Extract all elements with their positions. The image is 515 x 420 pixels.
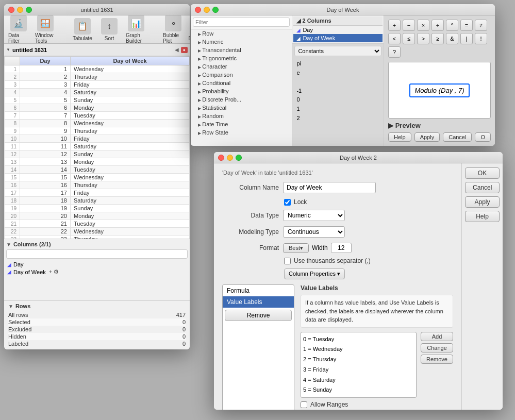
- formula-btn-caret[interactable]: ^: [446, 20, 458, 31]
- formula-category-item[interactable]: Conditional: [191, 79, 292, 87]
- vl-item-1[interactable]: 1 = Wednesday: [303, 344, 414, 355]
- formula-category-item[interactable]: Statistical: [191, 104, 292, 112]
- formula-category-item[interactable]: Discrete Prob...: [191, 95, 292, 104]
- col-dow-plus[interactable]: + ⚙: [49, 268, 59, 275]
- colprops-cancel-btn[interactable]: Cancel: [465, 182, 500, 193]
- formula-btn-amp[interactable]: &: [446, 33, 458, 44]
- columns-triangle[interactable]: ▼: [6, 242, 11, 247]
- toolbar-bubble-plot[interactable]: ⚬ Bubble Plot: [163, 15, 184, 44]
- toolbar-data-filter[interactable]: 🔬 Data Filter: [8, 15, 29, 44]
- colprops-help-btn[interactable]: Help: [465, 211, 500, 222]
- formula-category-item[interactable]: Comparison: [191, 71, 292, 79]
- vl-item-3[interactable]: 3 = Friday: [303, 365, 414, 375]
- vl-item-0[interactable]: 0 = Tuesday: [303, 334, 414, 345]
- row-num: 9: [5, 127, 20, 135]
- formula-col-dayofweek[interactable]: ◢ Day of Week: [293, 34, 383, 42]
- formula-category-item[interactable]: Random: [191, 112, 292, 120]
- colprops-ok-btn[interactable]: OK: [465, 167, 500, 179]
- formula-btn-div[interactable]: ÷: [431, 20, 444, 31]
- formula-btn-times[interactable]: ×: [417, 20, 429, 31]
- rows-triangle[interactable]: ▼: [8, 304, 13, 309]
- const-0[interactable]: 0: [296, 95, 379, 105]
- formula-btn-gte[interactable]: ≥: [431, 33, 444, 44]
- close-button[interactable]: [8, 7, 14, 13]
- vl-item-5[interactable]: 5 = Sunday: [303, 385, 414, 395]
- remove-prop-btn[interactable]: Remove: [225, 310, 292, 321]
- formula-btn-help[interactable]: ?: [388, 46, 401, 58]
- props-formula[interactable]: Formula: [223, 285, 294, 296]
- formula-btn-neq[interactable]: ≠: [475, 20, 487, 31]
- minimize-button[interactable]: [17, 7, 23, 13]
- toolbar-window-tools[interactable]: 🪟 Window Tools: [35, 15, 56, 44]
- formula-close[interactable]: [195, 7, 201, 13]
- const-2[interactable]: 2: [296, 114, 379, 123]
- col-item-day[interactable]: ◢ Day: [6, 261, 188, 268]
- data-type-select[interactable]: Numeric Character Row State: [283, 210, 345, 221]
- col-dow-arrow: ◢: [296, 36, 301, 41]
- formula-category-item[interactable]: Date Time: [191, 120, 292, 128]
- col-properties-btn[interactable]: Column Properties ▾: [284, 268, 345, 279]
- column-name-input[interactable]: [283, 182, 376, 193]
- colprops-close[interactable]: [218, 155, 224, 161]
- formula-ok-btn[interactable]: O: [475, 132, 491, 142]
- format-width-input[interactable]: [331, 243, 352, 253]
- formula-category-item[interactable]: Row State: [191, 128, 292, 137]
- formula-category-item[interactable]: Probability: [191, 87, 292, 95]
- toolbar-sort[interactable]: ↕️ Sort: [99, 18, 120, 41]
- formula-btn-minus[interactable]: −: [403, 20, 415, 31]
- constants-select[interactable]: Constants: [294, 46, 381, 56]
- col-header-dayofweek[interactable]: Day of Week: [71, 57, 190, 65]
- row-num: 12: [5, 150, 20, 158]
- formula-display-area[interactable]: Modulo (Day , 7): [388, 62, 491, 119]
- colprops-min[interactable]: [227, 155, 233, 161]
- const-neg1[interactable]: -1: [296, 87, 379, 96]
- colprops-max[interactable]: [236, 155, 242, 161]
- colprops-apply-btn[interactable]: Apply: [465, 196, 500, 208]
- vl-item-2[interactable]: 2 = Thursday: [303, 355, 414, 365]
- vl-item-4[interactable]: 4 = Saturday: [303, 375, 414, 385]
- const-1[interactable]: 1: [296, 105, 379, 114]
- data-table-wrapper[interactable]: Day Day of Week 1 1 Wednesday 2 2 Thursd…: [4, 56, 190, 239]
- format-best-btn[interactable]: Best▾: [283, 243, 309, 253]
- formula-col-day[interactable]: ◢ Day: [293, 26, 383, 34]
- props-value-labels[interactable]: Value Labels: [223, 296, 294, 308]
- formula-category-item[interactable]: Character: [191, 62, 292, 71]
- col-header-day[interactable]: Day: [20, 57, 71, 65]
- thousands-sep-checkbox[interactable]: [284, 258, 291, 264]
- formula-cancel-btn[interactable]: Cancel: [443, 132, 472, 142]
- columns-search-input[interactable]: [6, 249, 188, 259]
- formula-category-item[interactable]: Trigonometric: [191, 54, 292, 62]
- formula-help-btn[interactable]: Help: [388, 132, 411, 142]
- formula-btn-not[interactable]: !: [475, 33, 487, 44]
- allow-ranges-checkbox[interactable]: [301, 401, 307, 408]
- col-item-dayofweek[interactable]: ◢ Day of Week + ⚙: [6, 268, 188, 276]
- formula-btn-gt[interactable]: >: [417, 33, 429, 44]
- formula-category-item[interactable]: Numeric: [191, 38, 292, 46]
- maximize-button[interactable]: [26, 7, 32, 13]
- const-pi[interactable]: pi: [296, 59, 379, 69]
- formula-btn-or[interactable]: |: [460, 33, 473, 44]
- toolbar-graph-builder[interactable]: 📊 Graph Builder: [126, 15, 146, 44]
- const-e[interactable]: e: [296, 69, 379, 78]
- change-vl-btn[interactable]: Change: [421, 343, 453, 352]
- modeling-type-select[interactable]: Continuous Ordinal Nominal: [283, 226, 345, 238]
- formula-btn-plus[interactable]: +: [388, 20, 401, 31]
- lock-checkbox[interactable]: [284, 199, 291, 206]
- formula-category-item[interactable]: Transcendental: [191, 46, 292, 54]
- add-vl-btn[interactable]: Add: [421, 332, 453, 341]
- toolbar-tabulate[interactable]: 📋 Tabulate: [72, 18, 93, 41]
- formula-btn-eq[interactable]: =: [460, 20, 473, 31]
- formula-btn-lte[interactable]: ≤: [403, 33, 415, 44]
- remove-vl-btn[interactable]: Remove: [421, 355, 453, 364]
- formula-btn-lt[interactable]: <: [388, 33, 401, 44]
- formula-apply-btn[interactable]: Apply: [414, 132, 440, 142]
- bubble-plot-label: Bubble Plot: [163, 32, 184, 44]
- table-dropdown-icon[interactable]: ▼: [6, 47, 10, 52]
- table-indicator[interactable]: ●: [181, 47, 188, 53]
- formula-min[interactable]: [204, 7, 210, 13]
- formula-category-item[interactable]: Row: [191, 29, 292, 38]
- formula-max[interactable]: [212, 7, 219, 13]
- day-cell: 17: [20, 189, 71, 197]
- table-nav-left[interactable]: ◀: [175, 47, 179, 53]
- formula-filter-input[interactable]: [193, 18, 290, 27]
